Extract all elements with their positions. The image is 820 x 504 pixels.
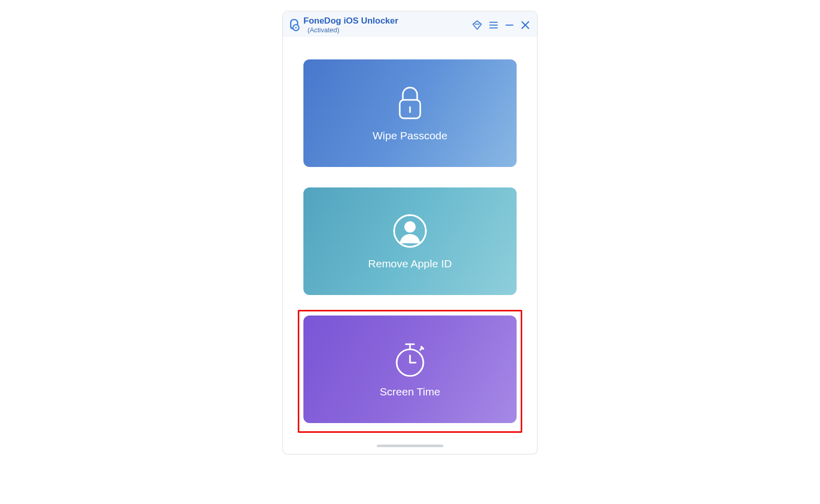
wipe-passcode-label: Wipe Passcode [373,130,447,142]
minimize-button[interactable] [504,20,515,30]
svg-point-11 [404,221,416,233]
app-logo-icon [288,17,300,33]
main-content: Wipe Passcode Remove Apple ID [283,37,537,438]
remove-apple-id-label: Remove Apple ID [368,258,452,270]
titlebar-controls [471,19,531,31]
stopwatch-icon [393,341,427,377]
menu-icon[interactable] [488,19,499,31]
drag-handle[interactable] [377,445,443,447]
screen-time-label: Screen Time [380,386,440,398]
user-icon [392,213,428,249]
app-window: FoneDog iOS Unlocker (Activated) [282,11,538,454]
svg-point-1 [295,27,297,28]
bottom-bar [283,438,537,454]
titlebar-left: FoneDog iOS Unlocker (Activated) [288,15,398,35]
app-title-group: FoneDog iOS Unlocker (Activated) [303,15,398,35]
close-button[interactable] [520,19,531,31]
lock-icon [395,85,425,121]
highlight-annotation: Screen Time [298,310,522,433]
titlebar: FoneDog iOS Unlocker (Activated) [283,11,537,37]
app-status: (Activated) [308,26,339,34]
wipe-passcode-card[interactable]: Wipe Passcode [303,59,517,167]
remove-apple-id-card[interactable]: Remove Apple ID [303,187,517,295]
screen-time-card[interactable]: Screen Time [303,316,517,423]
app-title: FoneDog iOS Unlocker [303,15,398,26]
premium-icon[interactable] [471,19,483,31]
